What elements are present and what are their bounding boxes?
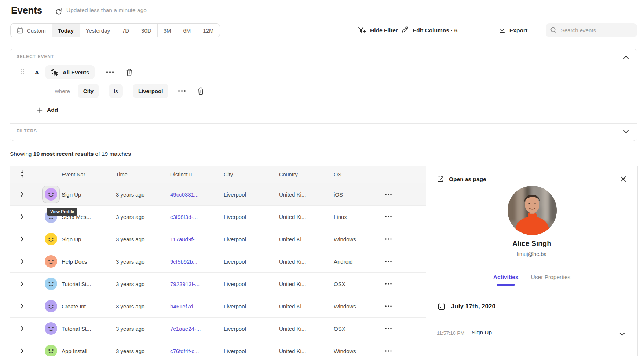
row-more-button[interactable] [385, 328, 392, 329]
row-distinct-id-link[interactable]: 49cc0381... [170, 191, 199, 198]
activity-expand-chevron[interactable] [619, 331, 625, 337]
row-expand-chevron[interactable] [21, 326, 24, 331]
add-clause-button[interactable]: Add [37, 107, 58, 113]
external-link-icon [437, 176, 444, 183]
all-events-chip[interactable]: All Events [45, 65, 95, 79]
row-os: OSX [334, 326, 345, 332]
row-event-name: App Install [62, 348, 87, 354]
row-distinct-id-link[interactable]: 117a8d9f-... [170, 236, 199, 242]
value-chip[interactable]: Liverpool [133, 84, 169, 98]
filters-label: FILTERS [17, 129, 37, 133]
row-expand-chevron[interactable] [21, 259, 24, 264]
row-distinct-id-link[interactable]: b461ef7d-... [170, 303, 200, 309]
row-more-button[interactable] [385, 194, 392, 195]
event-query-row: A All Events [21, 65, 133, 79]
row-expand-chevron[interactable] [21, 348, 24, 353]
row-avatar[interactable] [45, 278, 57, 290]
table-row[interactable]: Tutorial St... 3 years ago 7c1aae24-... … [10, 318, 426, 340]
calendar-icon [17, 27, 23, 34]
header-city[interactable]: City [224, 172, 233, 177]
row-avatar[interactable] [45, 186, 60, 203]
row-more-button[interactable] [385, 216, 392, 217]
row-avatar[interactable] [45, 233, 57, 245]
row-event-name: Sign Up [62, 191, 81, 198]
all-events-label: All Events [63, 69, 89, 76]
row-more-button[interactable] [385, 238, 392, 240]
edit-columns-button[interactable]: Edit Columns · 6 [401, 26, 457, 35]
header-time[interactable]: Time [116, 172, 128, 177]
header-distinct-id[interactable]: Distinct II [170, 172, 192, 177]
date-range-tab-6m[interactable]: 6M [177, 24, 197, 37]
row-more-button[interactable] [385, 283, 392, 285]
table-row[interactable]: Help Docs 3 years ago 9cf5b92b... Liverp… [10, 250, 426, 273]
event-row-letter: A [35, 69, 39, 76]
collapse-select-event-chevron[interactable] [623, 54, 629, 60]
property-chip[interactable]: City [78, 84, 99, 98]
open-as-page-button[interactable]: Open as page [437, 176, 486, 183]
table-row[interactable]: App Install 3 years ago c76fdf4f-c... Li… [10, 340, 426, 356]
row-avatar[interactable] [45, 255, 57, 268]
table-row[interactable]: Create Int... 3 years ago b461ef7d-... L… [10, 295, 426, 318]
row-avatar[interactable] [45, 345, 57, 356]
header-event-name[interactable]: Event Nar [62, 172, 85, 177]
event-trash-icon[interactable] [126, 69, 133, 76]
profile-tab-label: User Properties [531, 274, 571, 280]
search-input[interactable] [561, 27, 633, 33]
events-table: Event Nar Time Distinct II City Country … [10, 166, 426, 356]
date-range-tab-7d[interactable]: 7D [116, 24, 135, 37]
refresh-icon[interactable] [55, 8, 63, 16]
events-page: Events Updated less than a minute ago Cu… [0, 0, 644, 356]
open-as-page-label: Open as page [449, 176, 486, 183]
row-avatar[interactable] [45, 322, 57, 335]
row-country: United Ki... [279, 236, 306, 242]
row-more-button[interactable] [385, 350, 392, 352]
where-trash-icon[interactable] [197, 87, 204, 95]
query-builder-card: SELECT EVENT A [10, 49, 637, 141]
header-os[interactable]: OS [334, 172, 341, 177]
table-row[interactable]: Sign Up 3 years ago 117a8d9f-... Liverpo… [10, 228, 426, 250]
export-button[interactable]: Export [499, 26, 527, 35]
table-row[interactable]: Sign Up 3 years ago 49cc0381... Liverpoo… [10, 183, 426, 206]
operator-chip[interactable]: Is [109, 84, 123, 98]
row-expand-chevron[interactable] [21, 214, 24, 219]
event-more-button[interactable] [106, 71, 114, 73]
row-distinct-id-link[interactable]: 9cf5b92b... [170, 258, 197, 265]
row-more-button[interactable] [385, 261, 392, 262]
hide-filter-button[interactable]: Hide Filter [358, 26, 398, 35]
row-more-button[interactable] [385, 305, 392, 307]
date-range-tab-custom[interactable]: Custom [11, 24, 52, 37]
profile-tab-activities[interactable]: Activities [493, 274, 519, 280]
date-range-tab-3m[interactable]: 3M [157, 24, 177, 37]
row-distinct-id-link[interactable]: c76fdf4f-c... [170, 348, 199, 354]
where-more-button[interactable] [178, 90, 186, 92]
row-os: Linux [334, 214, 347, 220]
table-row[interactable]: Tutorial St... 3 years ago 7923913f-... … [10, 273, 426, 295]
row-country: United Ki... [279, 303, 306, 309]
row-os: Windows [334, 236, 356, 242]
row-expand-chevron[interactable] [21, 304, 24, 309]
row-expand-chevron[interactable] [21, 281, 24, 286]
row-event-name: Tutorial St... [62, 326, 91, 332]
search-events-box[interactable] [546, 23, 637, 37]
drag-handle-icon[interactable] [21, 69, 25, 76]
close-icon[interactable] [620, 176, 626, 184]
date-range-tab-12m[interactable]: 12M [197, 24, 219, 37]
date-range-tab-yesterday[interactable]: Yesterday [80, 24, 116, 37]
activity-date: July 17th, 2020 [451, 303, 495, 310]
calendar-icon [438, 302, 446, 311]
date-range-tab-30d[interactable]: 30D [135, 24, 157, 37]
sort-icon[interactable] [20, 170, 24, 179]
row-distinct-id-link[interactable]: 7923913f-... [170, 281, 200, 287]
row-distinct-id-link[interactable]: 7c1aae24-... [170, 326, 201, 332]
row-city: Liverpool [224, 326, 246, 332]
header-country[interactable]: Country [279, 172, 298, 177]
row-avatar[interactable] [45, 300, 57, 312]
profile-tab-user-properties[interactable]: User Properties [531, 274, 571, 280]
row-event-name: Tutorial St... [62, 281, 91, 287]
row-distinct-id-link[interactable]: c3f98f3d-... [170, 214, 198, 220]
expand-filters-chevron[interactable] [623, 128, 629, 135]
row-expand-chevron[interactable] [21, 236, 24, 242]
row-expand-chevron[interactable] [21, 192, 24, 197]
row-country: United Ki... [279, 281, 306, 287]
date-range-tab-today[interactable]: Today [52, 24, 80, 37]
